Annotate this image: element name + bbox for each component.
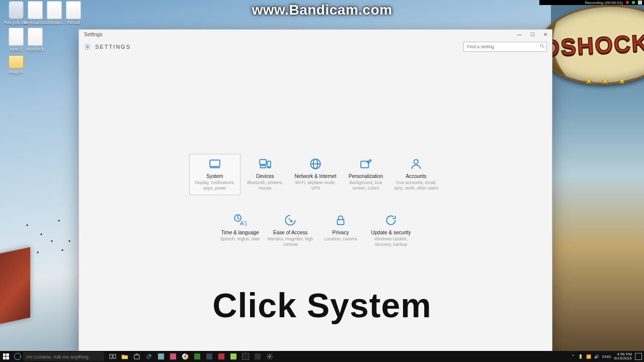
file-explorer-button[interactable] [121,353,128,360]
tray-icon[interactable]: 🔋 [578,354,583,359]
tray-volume-icon[interactable]: 🔊 [594,354,599,359]
category-network[interactable]: Network & Internet Wi-Fi, airplane mode,… [290,154,341,195]
desktop-icon[interactable]: dragon [1,50,31,74]
category-personalization[interactable]: Personalization Background, lock screen,… [341,154,391,195]
update-icon [384,214,397,227]
globe-icon [309,157,322,170]
svg-rect-3 [210,160,220,166]
wallpaper-game-logo-text: IOSHOCK [537,29,644,62]
gear-icon [84,43,91,50]
category-subtitle: Speech, region, date [217,236,263,242]
category-subtitle: Display, notifications, apps, power [192,180,238,191]
cortana-placeholder: I'm Cortana. Ask me anything. [26,354,90,359]
category-ease-of-access[interactable]: Ease of Access Narrator, magnifier, high… [265,211,315,251]
svg-point-29 [269,355,271,357]
recorder-dot-red-icon [626,1,629,4]
category-title: Privacy [317,230,364,235]
maximize-icon: ☐ [530,32,535,37]
svg-line-2 [543,47,544,48]
store-button[interactable] [133,353,140,360]
desktop-icon-label: Recall [58,20,89,25]
instruction-overlay: Click System [212,286,431,325]
category-devices[interactable]: Devices Bluetooth, printers, mouse [240,154,290,195]
settings-header: SETTINGS [95,44,131,50]
taskbar-app-icon[interactable] [194,353,201,360]
svg-rect-24 [134,355,139,359]
desktop-icon-label: dragon [1,69,31,74]
chrome-button[interactable] [182,353,189,360]
window-titlebar[interactable]: Settings — ☐ ✕ [79,30,552,39]
window-maximize-button[interactable]: ☐ [526,30,539,39]
svg-point-0 [87,46,89,48]
cortana-icon[interactable] [12,351,23,362]
category-update-security[interactable]: Update & security Windows Update, recove… [366,211,416,251]
svg-rect-19 [6,353,9,356]
category-title: Accounts [393,173,439,179]
svg-rect-21 [6,356,9,359]
bandicam-watermark: www.Bandicam.com [252,2,392,18]
file-icon [66,1,81,19]
svg-rect-23 [113,354,116,358]
category-privacy[interactable]: Privacy Location, camera [315,211,366,251]
category-subtitle: Background, lock screen, colors [343,180,389,191]
wallpaper-right-art: IOSHOCK ★ ★ ★ [551,0,644,352]
taskbar-app-icon[interactable] [230,353,237,360]
settings-categories-row1: System Display, notifications, apps, pow… [79,154,552,195]
settings-header-row: SETTINGS [79,39,552,54]
taskbar-app-icon[interactable] [170,353,177,360]
start-button[interactable] [0,351,12,362]
tray-language[interactable]: ENG [602,354,611,359]
cortana-search[interactable]: I'm Cortana. Ask me anything. [23,352,104,361]
folder-icon [9,55,24,68]
category-system[interactable]: System Display, notifications, apps, pow… [189,154,240,195]
recorder-dot-green-icon [632,1,635,4]
task-view-button[interactable] [109,353,116,360]
category-title: Time & language [217,230,263,235]
taskbar-pinned-apps [109,353,273,360]
time-language-icon: A字 [233,214,247,227]
settings-taskbar-button[interactable] [266,353,273,360]
search-input[interactable] [463,42,547,52]
svg-rect-17 [338,220,344,225]
category-subtitle: Wi-Fi, airplane mode, VPN [292,180,339,191]
svg-text:A字: A字 [240,220,247,226]
lock-icon [334,214,347,227]
tray-chevron-up-icon[interactable]: ⌃ [571,354,575,359]
person-icon [410,157,423,170]
search-icon [539,43,545,50]
category-title: Personalization [343,173,389,179]
svg-rect-5 [260,159,266,164]
window-close-button[interactable]: ✕ [539,30,552,39]
tray-clock[interactable]: 4:56 PM 6/14/2016 [614,352,632,360]
category-subtitle: Narrator, magnifier, high contrast [267,236,313,247]
category-time-language[interactable]: A字 Time & language Speech, region, date [215,211,265,251]
taskbar-app-icon[interactable] [242,353,249,360]
desktop-icon[interactable]: bioshock [20,28,50,52]
steam-button[interactable] [145,353,152,360]
taskbar-app-icon[interactable] [218,353,225,360]
category-title: Network & Internet [292,173,339,179]
taskbar-app-icon[interactable] [206,353,213,360]
category-title: Devices [242,173,288,179]
desktop-icon[interactable]: Recall [58,1,89,25]
category-subtitle: Location, camera [317,236,364,242]
window-title: Settings [84,32,102,37]
svg-rect-18 [3,353,6,356]
svg-rect-6 [260,165,266,167]
svg-point-13 [414,159,419,164]
svg-point-1 [540,44,543,47]
category-accounts[interactable]: Accounts Your accounts, email, sync, wor… [391,154,441,195]
action-center-button[interactable] [635,353,642,360]
taskbar-app-icon[interactable] [254,353,261,360]
category-subtitle: Your accounts, email, sync, work, other … [393,180,439,191]
window-minimize-button[interactable]: — [513,30,526,39]
svg-rect-22 [110,354,112,358]
taskbar-app-icon[interactable] [157,353,165,360]
svg-rect-20 [3,356,6,359]
category-title: Update & security [368,230,414,235]
recorder-status: Recording (00:00:01) [585,1,623,5]
ease-of-access-icon [284,214,297,227]
settings-categories-row2: A字 Time & language Speech, region, date … [79,211,552,251]
tray-network-icon[interactable]: 📶 [586,354,591,359]
wallpaper-stars: ★ ★ ★ [585,75,629,86]
